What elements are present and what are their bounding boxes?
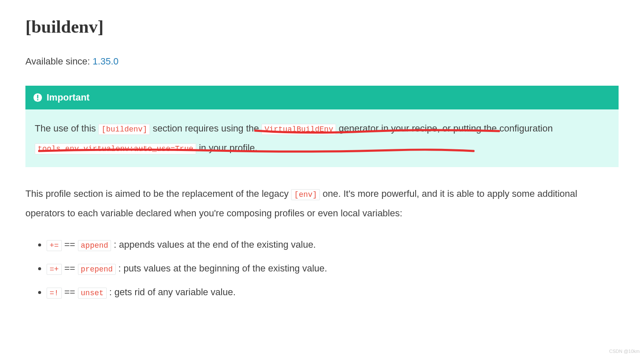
important-admonition: Important The use of this [buildenv] sec… xyxy=(25,86,619,167)
operator-description: : appends values at the end of the exist… xyxy=(114,239,316,250)
admonition-body: The use of this [buildenv] section requi… xyxy=(25,109,619,167)
admonition-text: in your profile. xyxy=(199,143,257,153)
list-item: =! == unset : gets rid of any variable v… xyxy=(47,283,619,301)
list-item: += == append : appends values at the end… xyxy=(47,236,619,254)
equals-text: == xyxy=(64,239,78,250)
admonition-text: The use of this xyxy=(35,123,98,134)
code-buildenv: [buildenv] xyxy=(98,124,150,135)
equals-text: == xyxy=(64,287,78,297)
availability-label: Available since: xyxy=(25,56,93,67)
description-paragraph: This profile section is aimed to be the … xyxy=(25,184,619,223)
code-auto-use: tools.env.virtualenv:auto_use=True xyxy=(35,143,196,154)
code-env: [env] xyxy=(291,189,320,200)
code-operator-name: prepend xyxy=(78,264,116,275)
description-text: This profile section is aimed to be the … xyxy=(25,188,291,199)
operator-description: : puts values at the beginning of the ex… xyxy=(118,263,327,274)
code-operator: =! xyxy=(47,288,62,299)
svg-rect-1 xyxy=(37,95,39,98)
section-heading: [buildenv] xyxy=(25,13,619,41)
code-operator: =+ xyxy=(47,264,62,275)
admonition-text: generator in your recipe, or putting the… xyxy=(339,123,553,134)
exclamation-icon xyxy=(33,93,42,102)
code-operator-name: unset xyxy=(78,288,107,299)
list-item: =+ == prepend : puts values at the begin… xyxy=(47,260,619,277)
admonition-text: section requires using the xyxy=(153,123,262,134)
availability-line: Available since: 1.35.0 xyxy=(25,54,619,69)
code-operator-name: append xyxy=(78,240,111,251)
equals-text: == xyxy=(64,263,78,274)
code-virtualbuildenv: VirtualBuildEnv xyxy=(261,124,336,135)
admonition-title-text: Important xyxy=(47,90,89,105)
svg-rect-2 xyxy=(37,99,39,101)
operator-description: : gets rid of any variable value. xyxy=(109,287,236,297)
version-link[interactable]: 1.35.0 xyxy=(93,56,119,67)
operator-list: += == append : appends values at the end… xyxy=(25,236,619,301)
code-operator: += xyxy=(47,240,62,251)
admonition-title-bar: Important xyxy=(25,86,619,109)
